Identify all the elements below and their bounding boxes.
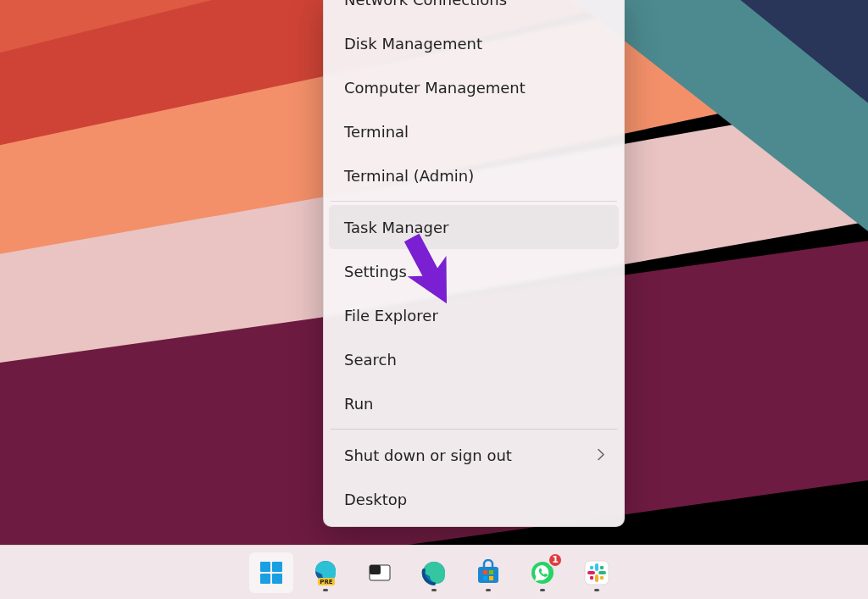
menu-separator: [331, 429, 617, 430]
menu-item-file-explorer[interactable]: File Explorer: [329, 293, 619, 337]
svg-rect-18: [598, 571, 606, 574]
svg-point-22: [600, 565, 604, 568]
svg-rect-2: [260, 574, 270, 584]
menu-separator: [331, 201, 617, 202]
menu-item-label: Network Connections: [344, 0, 507, 8]
taskbar-app-slack[interactable]: [575, 552, 619, 593]
taskbar: PRE: [0, 545, 868, 599]
menu-item-disk-management[interactable]: Disk Management: [329, 21, 619, 65]
desktop: Network Connections Disk Management Comp…: [0, 0, 868, 599]
menu-item-label: Search: [344, 351, 397, 369]
menu-item-network-connections[interactable]: Network Connections: [329, 0, 619, 21]
taskbar-task-view[interactable]: [358, 552, 402, 593]
menu-item-label: Task Manager: [344, 219, 448, 236]
svg-rect-10: [478, 567, 498, 583]
svg-rect-17: [595, 563, 598, 571]
menu-item-label: Terminal: [344, 123, 409, 141]
edge-dev-icon: PRE: [311, 558, 340, 587]
menu-item-label: File Explorer: [344, 307, 438, 324]
menu-item-label: Terminal (Admin): [344, 167, 474, 185]
svg-rect-0: [260, 562, 270, 572]
menu-item-settings[interactable]: Settings: [329, 249, 619, 293]
menu-item-terminal-admin[interactable]: Terminal (Admin): [329, 153, 619, 197]
menu-item-label: Computer Management: [344, 79, 526, 97]
svg-point-24: [590, 575, 593, 579]
svg-rect-8: [370, 565, 381, 574]
svg-rect-11: [483, 570, 487, 574]
menu-item-desktop[interactable]: Desktop: [329, 477, 619, 521]
svg-rect-12: [489, 570, 493, 574]
svg-rect-13: [483, 576, 487, 580]
chevron-right-icon: [597, 446, 605, 464]
svg-text:PRE: PRE: [320, 579, 333, 585]
menu-item-terminal[interactable]: Terminal: [329, 109, 619, 153]
menu-item-search[interactable]: Search: [329, 337, 619, 381]
taskbar-app-whatsapp[interactable]: 1: [520, 552, 565, 593]
menu-item-computer-management[interactable]: Computer Management: [329, 65, 619, 109]
edge-icon: [420, 559, 448, 586]
windows-logo-icon: [259, 560, 284, 585]
task-view-icon: [367, 560, 392, 585]
menu-item-label: Run: [344, 395, 374, 413]
svg-rect-14: [489, 576, 493, 580]
svg-rect-19: [595, 574, 598, 582]
menu-item-label: Disk Management: [344, 35, 482, 53]
notification-badge: 1: [548, 552, 563, 568]
start-button[interactable]: [249, 552, 293, 593]
menu-item-run[interactable]: Run: [329, 381, 619, 425]
store-icon: [475, 559, 502, 586]
taskbar-app-edge[interactable]: [412, 552, 456, 593]
menu-item-shut-down-or-sign-out[interactable]: Shut down or sign out: [329, 433, 619, 477]
svg-rect-3: [272, 574, 282, 584]
svg-point-21: [590, 565, 593, 568]
menu-item-label: Shut down or sign out: [344, 446, 512, 464]
menu-item-label: Desktop: [344, 491, 407, 508]
slack-icon: [584, 560, 609, 585]
winx-context-menu: Network Connections Disk Management Comp…: [323, 0, 625, 527]
svg-rect-1: [272, 562, 282, 572]
menu-item-label: Settings: [344, 263, 407, 280]
svg-point-23: [600, 575, 604, 579]
svg-rect-20: [587, 571, 595, 574]
taskbar-app-store[interactable]: [466, 552, 510, 593]
taskbar-app-edge-dev[interactable]: PRE: [303, 552, 348, 593]
menu-item-task-manager[interactable]: Task Manager: [329, 205, 619, 249]
